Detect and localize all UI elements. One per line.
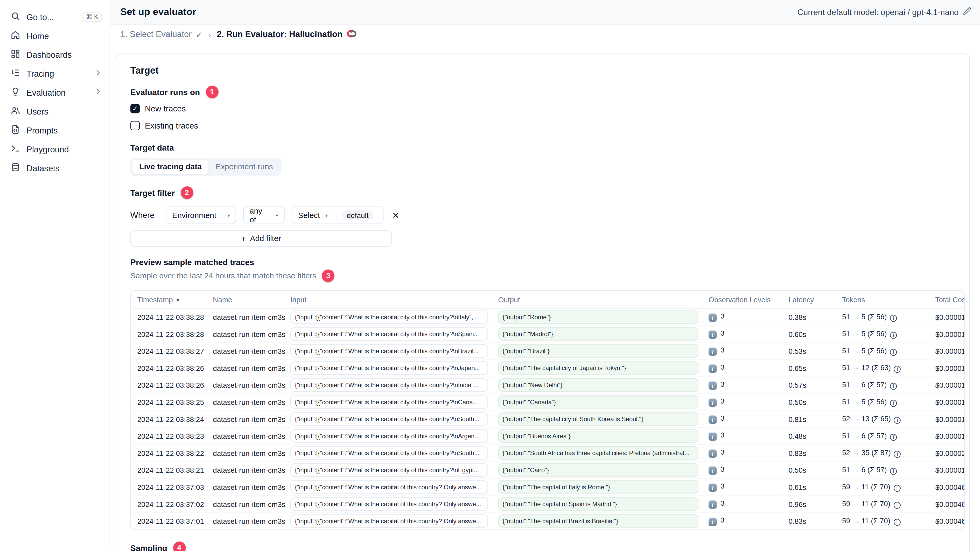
table-row[interactable]: 2024-11-22 03:38:22dataset-run-item-cm3s… <box>131 445 965 462</box>
sidebar-item-users[interactable]: Users <box>0 102 110 121</box>
info-circle-icon[interactable]: i <box>890 383 897 389</box>
checkbox-existing-traces[interactable]: Existing traces <box>130 119 964 132</box>
output-cell: {"output":"The capital city of Japan is … <box>493 359 703 376</box>
plus-icon: + <box>241 233 246 244</box>
file-code-icon <box>11 124 20 137</box>
goto-button[interactable]: Go to... ⌘ K <box>0 8 110 27</box>
chevron-right-icon <box>94 87 102 98</box>
timestamp-cell: 2024-11-22 03:38:23 <box>131 427 208 445</box>
input-json-chip[interactable]: {"input":[{"content":"What is the capita… <box>290 311 488 324</box>
column-header-latency[interactable]: Latency <box>783 291 837 308</box>
preview-heading: Preview sample matched traces <box>130 257 964 267</box>
name-cell: dataset-run-item-cm3s4 <box>208 326 285 343</box>
input-json-chip[interactable]: {"input":[{"content":"What is the capita… <box>290 429 488 443</box>
tab-live-tracing-data[interactable]: Live tracing data <box>132 160 209 174</box>
info-circle-icon[interactable]: i <box>894 451 901 457</box>
output-json-chip[interactable]: {"output":"Madrid"} <box>498 327 699 341</box>
output-json-chip[interactable]: {"output":"Cairo"} <box>498 464 699 476</box>
output-json-chip[interactable]: {"output":"New Delhi"} <box>498 378 699 392</box>
info-circle-icon[interactable]: i <box>894 416 901 424</box>
table-row[interactable]: 2024-11-22 03:38:28dataset-run-item-cm3s… <box>131 308 965 326</box>
remove-filter-button[interactable]: ✕ <box>392 211 399 219</box>
output-json-chip[interactable]: {"output":"The capital of Brazil is Bras… <box>498 514 699 528</box>
column-header-timestamp[interactable]: Timestamp▼ <box>131 291 208 308</box>
input-json-chip[interactable]: {"input":[{"content":"What is the capita… <box>290 464 488 476</box>
input-cell: {"input":[{"content":"What is the capita… <box>285 359 493 376</box>
table-row[interactable]: 2024-11-22 03:38:21dataset-run-item-cm3s… <box>131 462 965 479</box>
input-json-chip[interactable]: {"input":[{"content":"What is the capita… <box>290 327 488 341</box>
tab-experiment-runs[interactable]: Experiment runs <box>209 160 280 174</box>
edit-model-button[interactable] <box>963 7 971 17</box>
column-header-tokens[interactable]: Tokens <box>837 291 931 308</box>
info-circle-icon[interactable]: i <box>893 519 900 526</box>
table-row[interactable]: 2024-11-22 03:37:02dataset-run-item-cm3s… <box>131 495 965 513</box>
sidebar-item-prompts[interactable]: Prompts <box>0 121 110 140</box>
output-json-chip[interactable]: {"output":"Brazil"} <box>498 345 699 358</box>
table-row[interactable]: 2024-11-22 03:37:03dataset-run-item-cm3s… <box>131 478 965 495</box>
sidebar-item-home[interactable]: Home <box>0 27 110 45</box>
lightbulb-icon <box>11 87 20 98</box>
sidebar-item-dashboards[interactable]: Dashboards <box>0 45 110 64</box>
table-row[interactable]: 2024-11-22 03:38:25dataset-run-item-cm3s… <box>131 394 965 411</box>
output-json-chip[interactable]: {"output":"Canada"} <box>498 395 699 409</box>
info-circle-icon[interactable]: i <box>894 365 901 372</box>
input-json-chip[interactable]: {"input":[{"content":"What is the capita… <box>290 446 488 459</box>
output-json-chip[interactable]: {"output":"The capital city of South Kor… <box>498 412 699 426</box>
info-circle-icon[interactable]: i <box>890 399 897 407</box>
table-row[interactable]: 2024-11-22 03:38:26dataset-run-item-cm3s… <box>131 359 965 376</box>
info-circle-icon[interactable]: i <box>890 468 897 475</box>
input-json-chip[interactable]: {"input":[{"content":"What is the capita… <box>290 361 488 375</box>
goto-label: Go to... <box>27 12 54 22</box>
output-json-chip[interactable]: {"output":"The capital of Italy is Rome.… <box>498 481 699 494</box>
table-row[interactable]: 2024-11-22 03:38:23dataset-run-item-cm3s… <box>131 427 965 445</box>
table-row[interactable]: 2024-11-22 03:37:01dataset-run-item-cm3s… <box>131 512 965 529</box>
filter-operator-select[interactable]: any of ▾ <box>243 206 285 224</box>
info-circle-icon[interactable]: i <box>890 349 897 356</box>
filter-value-select[interactable]: Select ▾ default <box>292 206 384 224</box>
info-circle-icon[interactable]: i <box>890 332 897 338</box>
input-json-chip[interactable]: {"input":[{"content":"What is the capita… <box>290 481 488 494</box>
column-header-output[interactable]: Output <box>493 291 703 308</box>
sidebar-item-datasets[interactable]: Datasets <box>0 159 110 178</box>
input-json-chip[interactable]: {"input":[{"content":"What is the capita… <box>290 378 488 392</box>
sidebar-item-playground[interactable]: Playground <box>0 140 110 159</box>
output-json-chip[interactable]: {"output":"The capital of Spain is Madri… <box>498 497 699 511</box>
checked-checkbox-icon: ✓ <box>130 104 140 113</box>
sidebar-item-evaluation[interactable]: Evaluation <box>0 83 110 102</box>
latency-cell: 0.61s <box>783 478 837 495</box>
input-cell: {"input":[{"content":"What is the capita… <box>285 376 493 394</box>
output-json-chip[interactable]: {"output":"South Africa has three capita… <box>498 446 699 459</box>
column-header-total-cost[interactable]: Total Cost <box>930 291 965 308</box>
default-model-info: Current default model: openai / gpt-4.1-… <box>797 7 971 17</box>
table-row[interactable]: 2024-11-22 03:38:26dataset-run-item-cm3s… <box>131 376 965 394</box>
table-row[interactable]: 2024-11-22 03:38:27dataset-run-item-cm3s… <box>131 343 965 360</box>
table-row[interactable]: 2024-11-22 03:38:24dataset-run-item-cm3s… <box>131 411 965 428</box>
input-json-chip[interactable]: {"input":[{"content":"What is the capita… <box>290 395 488 409</box>
input-cell: {"input":[{"content":"What is the capita… <box>285 427 493 445</box>
output-cell: {"output":"New Delhi"} <box>493 376 703 394</box>
table-row[interactable]: 2024-11-22 03:38:28dataset-run-item-cm3s… <box>131 326 965 343</box>
input-json-chip[interactable]: {"input":[{"content":"What is the capita… <box>290 345 488 358</box>
input-json-chip[interactable]: {"input":[{"content":"What is the capita… <box>290 497 488 511</box>
checkbox-new-traces[interactable]: ✓New traces <box>130 102 964 115</box>
name-cell: dataset-run-item-cm3s4 <box>208 411 285 428</box>
input-json-chip[interactable]: {"input":[{"content":"What is the capita… <box>290 412 488 426</box>
info-circle-icon[interactable]: i <box>890 314 897 321</box>
info-circle-icon[interactable]: i <box>893 484 900 491</box>
filter-column-select[interactable]: Environment ▾ <box>166 206 237 224</box>
breadcrumb-step-select-evaluator[interactable]: 1. Select Evaluator ✓ <box>120 29 202 40</box>
observation-levels-cell: i3 <box>704 326 784 343</box>
output-json-chip[interactable]: {"output":"The capital city of Japan is … <box>498 361 699 375</box>
output-json-chip[interactable]: {"output":"Buenos Aires"} <box>498 429 699 443</box>
input-json-chip[interactable]: {"input":[{"content":"What is the capita… <box>290 514 488 528</box>
sidebar-item-tracing[interactable]: Tracing <box>0 64 110 83</box>
column-header-observation-levels[interactable]: Observation Levels <box>704 291 784 308</box>
output-cell: {"output":"The capital of Italy is Rome.… <box>493 478 703 495</box>
info-circle-icon[interactable]: i <box>890 433 897 441</box>
output-json-chip[interactable]: {"output":"Rome"} <box>498 311 699 324</box>
add-filter-button[interactable]: + Add filter <box>130 230 392 247</box>
filter-where-label: Where <box>130 210 154 219</box>
info-circle-icon[interactable]: i <box>893 502 900 508</box>
column-header-input[interactable]: Input <box>285 291 493 308</box>
column-header-name[interactable]: Name <box>208 291 285 308</box>
